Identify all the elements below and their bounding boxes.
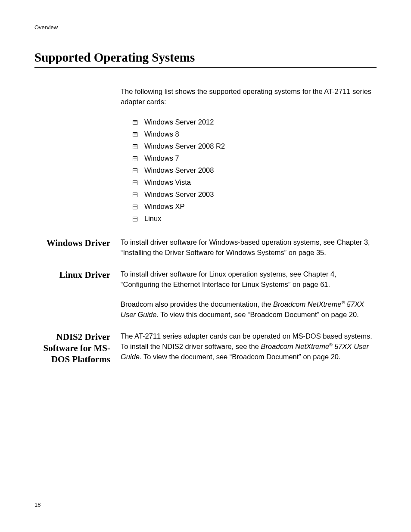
section-body: The AT-2711 series adapter cards can be … [121,331,377,362]
section-linux-driver: Linux Driver To install driver software … [34,269,377,320]
os-list: Windows Server 2012 Windows 8 Windows Se… [133,116,377,224]
paragraph: Broadcom also provides the documentation… [121,299,377,320]
list-item-label: Windows Server 2008 R2 [144,140,225,152]
list-item-label: Windows Vista [144,176,191,188]
list-item: Windows Server 2008 R2 [133,140,377,152]
section-windows-driver: Windows Driver To install driver softwar… [34,237,377,258]
list-item: Windows Server 2003 [133,188,377,200]
checkbox-bullet-icon [133,144,137,149]
paragraph: To install driver software for Linux ope… [121,269,377,290]
list-item: Windows XP [133,200,377,212]
list-item: Windows 7 [133,152,377,164]
svg-rect-8 [133,217,137,221]
page-title: Supported Operating Systems [34,50,377,68]
side-heading: NDIS2 Driver Software for MS-DOS Platfor… [34,331,121,365]
svg-rect-1 [133,132,137,137]
svg-rect-2 [133,144,137,149]
svg-rect-6 [133,193,137,197]
checkbox-bullet-icon [133,168,137,173]
checkbox-bullet-icon [133,120,137,125]
svg-rect-0 [133,120,137,124]
paragraph: The AT-2711 series adapter cards can be … [121,331,377,362]
list-item-label: Windows XP [144,200,185,212]
running-head: Overview [34,24,377,31]
svg-rect-3 [133,156,137,161]
svg-rect-4 [133,169,137,173]
list-item-label: Windows Server 2003 [144,188,214,200]
svg-rect-5 [133,181,137,185]
side-heading: Linux Driver [34,269,121,280]
list-item: Windows 8 [133,128,377,140]
list-item-label: Linux [144,212,161,224]
list-item-label: Windows 7 [144,152,179,164]
page-number: 18 [34,501,40,508]
list-item: Linux [133,212,377,224]
side-heading: Windows Driver [34,237,121,249]
section-body: To install driver software for Linux ope… [121,269,377,320]
list-item: Windows Server 2012 [133,116,377,128]
list-item-label: Windows Server 2008 [144,164,214,176]
list-item-label: Windows Server 2012 [144,116,214,128]
list-item-label: Windows 8 [144,128,179,140]
checkbox-bullet-icon [133,193,137,197]
list-item: Windows Vista [133,176,377,188]
svg-rect-7 [133,205,137,209]
paragraph: To install driver software for Windows-b… [121,237,377,258]
section-ndis2-driver: NDIS2 Driver Software for MS-DOS Platfor… [34,331,377,365]
checkbox-bullet-icon [133,180,137,185]
checkbox-bullet-icon [133,132,137,137]
checkbox-bullet-icon [133,156,137,161]
intro-block: The following list shows the supported o… [121,87,377,224]
checkbox-bullet-icon [133,217,137,221]
section-body: To install driver software for Windows-b… [121,237,377,258]
checkbox-bullet-icon [133,205,137,209]
intro-paragraph: The following list shows the supported o… [121,87,377,107]
list-item: Windows Server 2008 [133,164,377,176]
